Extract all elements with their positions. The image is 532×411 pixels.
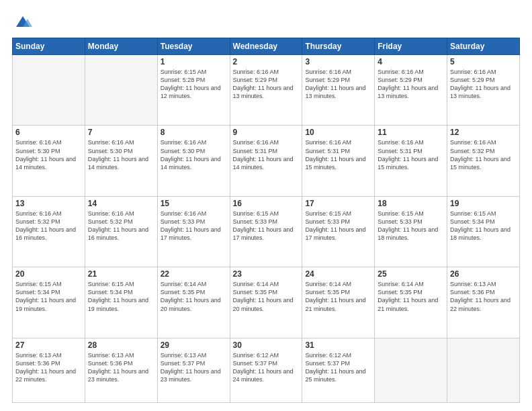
day-number: 13 xyxy=(15,199,82,208)
calendar-cell: 6Sunrise: 6:16 AM Sunset: 5:30 PM Daylig… xyxy=(13,126,85,196)
calendar-cell: 20Sunrise: 6:15 AM Sunset: 5:34 PM Dayli… xyxy=(13,267,85,338)
day-info: Sunrise: 6:14 AM Sunset: 5:35 PM Dayligh… xyxy=(233,280,300,313)
calendar-week-row: 27Sunrise: 6:13 AM Sunset: 5:36 PM Dayli… xyxy=(13,338,520,402)
day-number: 23 xyxy=(233,269,300,279)
calendar-cell: 21Sunrise: 6:15 AM Sunset: 5:34 PM Dayli… xyxy=(85,267,157,338)
weekday-header-sunday: Sunday xyxy=(13,38,85,55)
weekday-header-wednesday: Wednesday xyxy=(230,38,302,55)
weekday-header-saturday: Saturday xyxy=(447,38,520,55)
day-info: Sunrise: 6:16 AM Sunset: 5:33 PM Dayligh… xyxy=(161,210,227,242)
day-number: 28 xyxy=(88,340,154,350)
day-number: 2 xyxy=(233,57,300,66)
day-number: 11 xyxy=(378,128,444,137)
day-info: Sunrise: 6:16 AM Sunset: 5:31 PM Dayligh… xyxy=(305,138,371,171)
day-info: Sunrise: 6:16 AM Sunset: 5:29 PM Dayligh… xyxy=(450,68,517,101)
day-info: Sunrise: 6:15 AM Sunset: 5:33 PM Dayligh… xyxy=(305,210,371,242)
calendar-cell: 28Sunrise: 6:13 AM Sunset: 5:36 PM Dayli… xyxy=(85,338,157,402)
day-info: Sunrise: 6:13 AM Sunset: 5:36 PM Dayligh… xyxy=(450,280,517,313)
day-number: 22 xyxy=(161,269,227,279)
day-number: 25 xyxy=(378,269,444,279)
calendar-cell: 11Sunrise: 6:16 AM Sunset: 5:31 PM Dayli… xyxy=(375,126,447,196)
calendar-cell: 2Sunrise: 6:16 AM Sunset: 5:29 PM Daylig… xyxy=(230,55,302,126)
day-info: Sunrise: 6:16 AM Sunset: 5:30 PM Dayligh… xyxy=(15,138,82,171)
calendar-cell xyxy=(85,55,157,126)
calendar-cell: 22Sunrise: 6:14 AM Sunset: 5:35 PM Dayli… xyxy=(157,267,230,338)
day-number: 5 xyxy=(450,57,517,66)
calendar-cell: 27Sunrise: 6:13 AM Sunset: 5:36 PM Dayli… xyxy=(13,338,85,402)
day-number: 14 xyxy=(88,199,154,208)
day-info: Sunrise: 6:13 AM Sunset: 5:36 PM Dayligh… xyxy=(88,351,154,384)
calendar-cell: 5Sunrise: 6:16 AM Sunset: 5:29 PM Daylig… xyxy=(447,55,520,126)
day-info: Sunrise: 6:14 AM Sunset: 5:35 PM Dayligh… xyxy=(378,280,444,313)
logo xyxy=(12,12,32,31)
calendar-cell: 25Sunrise: 6:14 AM Sunset: 5:35 PM Dayli… xyxy=(375,267,447,338)
day-number: 6 xyxy=(15,128,82,137)
calendar-cell: 16Sunrise: 6:15 AM Sunset: 5:33 PM Dayli… xyxy=(230,196,302,267)
weekday-header-friday: Friday xyxy=(375,38,447,55)
day-number: 4 xyxy=(378,57,444,66)
day-number: 16 xyxy=(233,199,300,208)
day-number: 20 xyxy=(15,269,82,279)
calendar-cell: 18Sunrise: 6:15 AM Sunset: 5:33 PM Dayli… xyxy=(375,196,447,267)
calendar-cell xyxy=(375,338,447,402)
day-info: Sunrise: 6:16 AM Sunset: 5:32 PM Dayligh… xyxy=(450,138,517,171)
day-info: Sunrise: 6:15 AM Sunset: 5:33 PM Dayligh… xyxy=(233,210,300,242)
day-info: Sunrise: 6:16 AM Sunset: 5:29 PM Dayligh… xyxy=(305,68,371,101)
day-info: Sunrise: 6:12 AM Sunset: 5:37 PM Dayligh… xyxy=(233,351,300,384)
calendar-cell: 1Sunrise: 6:15 AM Sunset: 5:28 PM Daylig… xyxy=(157,55,230,126)
day-number: 29 xyxy=(161,340,227,350)
day-info: Sunrise: 6:16 AM Sunset: 5:30 PM Dayligh… xyxy=(88,138,154,171)
calendar-cell: 24Sunrise: 6:14 AM Sunset: 5:35 PM Dayli… xyxy=(302,267,375,338)
day-info: Sunrise: 6:15 AM Sunset: 5:34 PM Dayligh… xyxy=(88,280,154,313)
day-info: Sunrise: 6:16 AM Sunset: 5:29 PM Dayligh… xyxy=(233,68,300,101)
calendar-cell: 4Sunrise: 6:16 AM Sunset: 5:29 PM Daylig… xyxy=(375,55,447,126)
calendar-cell xyxy=(447,338,520,402)
calendar-cell: 9Sunrise: 6:16 AM Sunset: 5:31 PM Daylig… xyxy=(230,126,302,196)
calendar-cell: 15Sunrise: 6:16 AM Sunset: 5:33 PM Dayli… xyxy=(157,196,230,267)
day-info: Sunrise: 6:15 AM Sunset: 5:34 PM Dayligh… xyxy=(450,210,517,242)
day-info: Sunrise: 6:13 AM Sunset: 5:36 PM Dayligh… xyxy=(15,351,82,384)
day-number: 24 xyxy=(305,269,371,279)
day-number: 18 xyxy=(378,199,444,208)
calendar-week-row: 6Sunrise: 6:16 AM Sunset: 5:30 PM Daylig… xyxy=(13,126,520,196)
weekday-header-monday: Monday xyxy=(85,38,157,55)
calendar-cell: 3Sunrise: 6:16 AM Sunset: 5:29 PM Daylig… xyxy=(302,55,375,126)
weekday-header-row: SundayMondayTuesdayWednesdayThursdayFrid… xyxy=(13,38,520,55)
day-number: 27 xyxy=(15,340,82,350)
calendar-week-row: 1Sunrise: 6:15 AM Sunset: 5:28 PM Daylig… xyxy=(13,55,520,126)
day-info: Sunrise: 6:16 AM Sunset: 5:31 PM Dayligh… xyxy=(378,138,444,171)
calendar-cell xyxy=(13,55,85,126)
calendar-table: SundayMondayTuesdayWednesdayThursdayFrid… xyxy=(12,38,520,403)
day-number: 1 xyxy=(161,57,227,66)
day-number: 9 xyxy=(233,128,300,137)
weekday-header-tuesday: Tuesday xyxy=(157,38,230,55)
calendar-cell: 30Sunrise: 6:12 AM Sunset: 5:37 PM Dayli… xyxy=(230,338,302,402)
day-number: 30 xyxy=(233,340,300,350)
day-info: Sunrise: 6:16 AM Sunset: 5:31 PM Dayligh… xyxy=(233,138,300,171)
header xyxy=(12,12,520,31)
day-info: Sunrise: 6:16 AM Sunset: 5:32 PM Dayligh… xyxy=(15,210,82,242)
day-info: Sunrise: 6:16 AM Sunset: 5:29 PM Dayligh… xyxy=(378,68,444,101)
day-info: Sunrise: 6:14 AM Sunset: 5:35 PM Dayligh… xyxy=(305,280,371,313)
day-info: Sunrise: 6:15 AM Sunset: 5:28 PM Dayligh… xyxy=(161,68,227,101)
day-info: Sunrise: 6:16 AM Sunset: 5:32 PM Dayligh… xyxy=(88,210,154,242)
calendar-cell: 8Sunrise: 6:16 AM Sunset: 5:30 PM Daylig… xyxy=(157,126,230,196)
day-number: 3 xyxy=(305,57,371,66)
calendar-cell: 17Sunrise: 6:15 AM Sunset: 5:33 PM Dayli… xyxy=(302,196,375,267)
day-number: 31 xyxy=(305,340,371,350)
calendar-cell: 14Sunrise: 6:16 AM Sunset: 5:32 PM Dayli… xyxy=(85,196,157,267)
day-number: 12 xyxy=(450,128,517,137)
day-number: 21 xyxy=(88,269,154,279)
calendar-cell: 7Sunrise: 6:16 AM Sunset: 5:30 PM Daylig… xyxy=(85,126,157,196)
day-info: Sunrise: 6:16 AM Sunset: 5:30 PM Dayligh… xyxy=(161,138,227,171)
calendar-week-row: 20Sunrise: 6:15 AM Sunset: 5:34 PM Dayli… xyxy=(13,267,520,338)
page: SundayMondayTuesdayWednesdayThursdayFrid… xyxy=(0,0,532,411)
calendar-cell: 26Sunrise: 6:13 AM Sunset: 5:36 PM Dayli… xyxy=(447,267,520,338)
day-info: Sunrise: 6:13 AM Sunset: 5:37 PM Dayligh… xyxy=(161,351,227,384)
calendar-cell: 19Sunrise: 6:15 AM Sunset: 5:34 PM Dayli… xyxy=(447,196,520,267)
day-info: Sunrise: 6:12 AM Sunset: 5:37 PM Dayligh… xyxy=(305,351,371,384)
calendar-cell: 31Sunrise: 6:12 AM Sunset: 5:37 PM Dayli… xyxy=(302,338,375,402)
day-number: 7 xyxy=(88,128,154,137)
calendar-cell: 12Sunrise: 6:16 AM Sunset: 5:32 PM Dayli… xyxy=(447,126,520,196)
day-number: 15 xyxy=(161,199,227,208)
